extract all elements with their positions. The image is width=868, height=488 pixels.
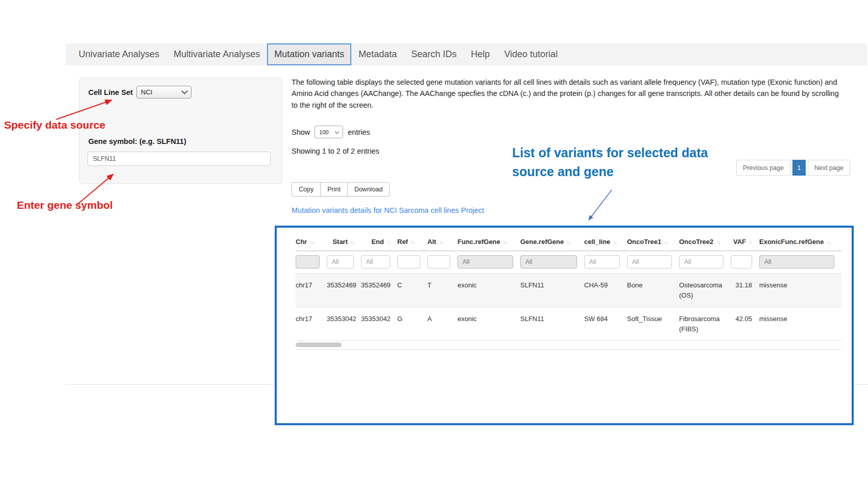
col-header-start[interactable]: Start↑↓ xyxy=(327,234,361,251)
table-cell: chr17 xyxy=(296,307,327,341)
filter-cell xyxy=(296,251,327,274)
col-header-label: Start xyxy=(332,238,348,246)
show-entries-select[interactable]: 100 xyxy=(315,126,343,138)
table-cell: SLFN11 xyxy=(520,274,584,307)
cell-line-set-row: Cell Line Set NCI xyxy=(88,86,191,99)
col-header-oncotree1[interactable]: OncoTree1↑↓ xyxy=(627,234,679,251)
col-header-gene-refgene[interactable]: Gene.refGene↑↓ xyxy=(520,234,584,251)
col-header-exonicfunc-refgene[interactable]: ExonicFunc.refGene↑↓ xyxy=(759,234,841,251)
col-header-end[interactable]: End↑↓ xyxy=(361,234,397,251)
sort-icon: ↑↓ xyxy=(613,239,616,245)
table-cell: Soft_Tissue xyxy=(627,307,679,341)
col-header-label: Gene.refGene xyxy=(520,238,564,246)
next-page-button[interactable]: Next page xyxy=(808,160,850,176)
col-header-ref[interactable]: Ref↑↓ xyxy=(397,234,427,251)
show-entries-value: 100 xyxy=(319,129,328,135)
chevron-down-icon xyxy=(335,129,339,133)
col-header-label: VAF xyxy=(733,238,746,246)
print-button[interactable]: Print xyxy=(320,182,348,197)
nav-tabs: Univariate AnalysesMultivariate Analyses… xyxy=(71,43,565,65)
filter-cell: All xyxy=(627,251,679,274)
table-title-link[interactable]: Mutation variants details for NCI Sarcom… xyxy=(292,206,484,214)
filter-chr[interactable] xyxy=(296,255,320,269)
app-canvas: Univariate AnalysesMultivariate Analyses… xyxy=(0,0,868,488)
sort-icon: ↑↓ xyxy=(566,239,570,245)
col-header-func-refgene[interactable]: Func.refGene↑↓ xyxy=(457,234,520,251)
table-cell: SLFN11 xyxy=(520,307,584,341)
variants-annotation-line1: List of variants for selected data xyxy=(512,143,708,162)
table-cell: chr17 xyxy=(296,274,327,307)
table-cell: C xyxy=(397,274,427,307)
tab-help[interactable]: Help xyxy=(464,43,497,65)
tab-video-tutorial[interactable]: Video tutorial xyxy=(497,43,565,65)
filter-start[interactable]: All xyxy=(327,255,354,269)
filter-func-refgene[interactable]: All xyxy=(457,255,513,269)
copy-button[interactable]: Copy xyxy=(292,182,321,197)
table-row-2[interactable]: chr173535304235353042GAexonicSLFN11SW 68… xyxy=(296,307,841,341)
filter-vaf[interactable] xyxy=(731,255,752,269)
tab-univariate-analyses[interactable]: Univariate Analyses xyxy=(71,43,166,65)
col-header-label: Alt xyxy=(427,238,436,246)
table-cell: 35352469 xyxy=(327,274,361,307)
export-button-group: CopyPrintDownload xyxy=(292,182,390,197)
chevron-down-icon xyxy=(181,88,188,94)
table-cell: exonic xyxy=(457,274,520,307)
col-header-label: End xyxy=(371,238,384,246)
tab-search-ids[interactable]: Search IDs xyxy=(404,43,464,65)
tab-multivariate-analyses[interactable]: Multivariate Analyses xyxy=(166,43,267,65)
enter-gene-symbol-note: Enter gene symbol xyxy=(17,199,113,211)
table-row-1[interactable]: chr173535246935352469CTexonicSLFN11CHA-5… xyxy=(296,274,841,307)
tab-mutation-variants[interactable]: Mutation variants xyxy=(267,43,351,65)
h-scrollbar xyxy=(296,341,841,350)
sidebar-panel: Cell Line Set NCI Gene symbol: (e.g. SLF… xyxy=(79,78,282,184)
previous-page-button[interactable]: Previous page xyxy=(736,160,790,176)
filter-cell xyxy=(427,251,457,274)
scrollbar-thumb[interactable] xyxy=(296,343,342,347)
navbar: Univariate AnalysesMultivariate Analyses… xyxy=(65,43,867,65)
sort-icon: ↑↓ xyxy=(826,239,830,245)
table-cell: 42.05 xyxy=(731,307,759,341)
table-cell: 35353042 xyxy=(361,307,397,341)
table-cell: 35353042 xyxy=(327,307,361,341)
filter-cell: All xyxy=(520,251,584,274)
filter-oncotree1[interactable]: All xyxy=(627,255,672,269)
col-header-chr[interactable]: Chr↑↓ xyxy=(296,234,327,251)
variants-table-container: Chr↑↓Start↑↓End↑↓Ref↑↓Alt↑↓Func.refGene↑… xyxy=(275,226,854,425)
download-button[interactable]: Download xyxy=(347,182,390,197)
cell-line-set-select[interactable]: NCI xyxy=(136,86,191,99)
gene-symbol-input[interactable] xyxy=(87,152,271,166)
col-header-cell-line[interactable]: cell_line↑↓ xyxy=(584,234,627,251)
col-header-label: OncoTree2 xyxy=(679,238,713,246)
table-cell: SW 684 xyxy=(584,307,627,341)
page-1-button[interactable]: 1 xyxy=(792,160,806,176)
table-cell: Fibrosarcoma (FIBS) xyxy=(679,307,731,341)
filter-cell: All xyxy=(679,251,731,274)
show-entries-row: Show 100 entries xyxy=(292,126,370,138)
variants-annotation-line2: source and gene xyxy=(512,162,708,181)
filter-oncotree2[interactable]: All xyxy=(679,255,724,269)
filter-ref[interactable] xyxy=(397,255,420,269)
cell-line-set-label: Cell Line Set xyxy=(88,88,133,96)
sort-icon: ↑↓ xyxy=(350,239,354,245)
sort-icon: ↑↓ xyxy=(309,239,313,245)
col-header-vaf[interactable]: VAF↑↓ xyxy=(731,234,759,251)
filter-cell: All xyxy=(457,251,520,274)
table-cell: T xyxy=(427,274,457,307)
filter-end[interactable]: All xyxy=(361,255,390,269)
tab-metadata[interactable]: Metadata xyxy=(351,43,404,65)
sort-icon: ↑↓ xyxy=(664,239,667,245)
show-label: Show xyxy=(292,128,310,136)
variants-annotation: List of variants for selected data sourc… xyxy=(512,143,708,181)
filter-exonicfunc-refgene[interactable]: All xyxy=(759,255,834,269)
description-text: The following table displays the selecte… xyxy=(292,77,843,111)
filter-cell xyxy=(397,251,427,274)
filter-cell xyxy=(731,251,759,274)
filter-alt[interactable] xyxy=(427,255,450,269)
table-cell: missense xyxy=(759,274,841,307)
col-header-alt[interactable]: Alt↑↓ xyxy=(427,234,457,251)
col-header-label: Func.refGene xyxy=(457,238,500,246)
filter-cell-line[interactable]: All xyxy=(584,255,620,269)
col-header-oncotree2[interactable]: OncoTree2↑↓ xyxy=(679,234,731,251)
variants-table: Chr↑↓Start↑↓End↑↓Ref↑↓Alt↑↓Func.refGene↑… xyxy=(296,234,841,341)
filter-gene-refgene[interactable]: All xyxy=(520,255,577,269)
